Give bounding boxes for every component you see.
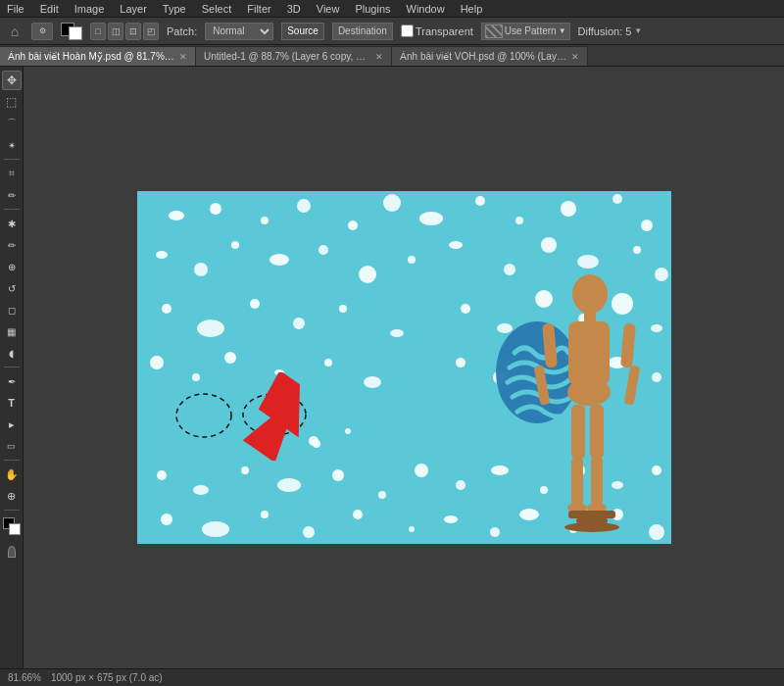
- svg-point-31: [461, 304, 470, 314]
- history-brush-tool[interactable]: ↺: [2, 278, 22, 298]
- svg-point-6: [419, 212, 443, 225]
- lasso-tool[interactable]: ⌒: [2, 114, 22, 133]
- tabs-bar: Ảnh bài viết Hoàn Mỹ.psd @ 81.7% (Layer …: [0, 45, 784, 67]
- svg-point-7: [475, 196, 485, 206]
- marquee-tool[interactable]: ⬚: [2, 92, 22, 112]
- separator-3: [4, 367, 20, 368]
- use-pattern-button[interactable]: Use Pattern ▼: [481, 23, 570, 40]
- svg-point-68: [353, 510, 363, 519]
- menu-edit[interactable]: Edit: [37, 3, 62, 15]
- icon-btn-4[interactable]: ◰: [143, 23, 159, 40]
- svg-point-27: [250, 299, 260, 309]
- svg-point-80: [567, 378, 611, 406]
- transparent-checkbox-label[interactable]: Transparent: [401, 24, 473, 37]
- quick-mask-btn[interactable]: [2, 542, 22, 562]
- svg-point-24: [655, 268, 668, 281]
- tool-options-icon[interactable]: ⚙: [31, 23, 53, 40]
- shape-tool[interactable]: ▭: [2, 436, 22, 456]
- pen-tool[interactable]: ✒: [2, 371, 22, 391]
- zoom-tool[interactable]: ⊕: [2, 486, 22, 506]
- svg-point-75: [649, 524, 664, 540]
- tab-close-0[interactable]: ✕: [179, 52, 187, 62]
- svg-point-50: [345, 428, 351, 434]
- svg-rect-86: [590, 405, 604, 459]
- menu-select[interactable]: Select: [199, 3, 235, 15]
- canvas-image[interactable]: [137, 191, 671, 544]
- svg-point-58: [456, 480, 466, 490]
- menu-plugins[interactable]: Plugins: [352, 3, 393, 15]
- type-tool[interactable]: T: [2, 393, 22, 413]
- svg-point-10: [612, 194, 622, 204]
- tab-2[interactable]: Ảnh bài viết VOH.psd @ 100% (Layer 6 cop…: [392, 46, 588, 66]
- svg-rect-91: [568, 511, 615, 518]
- transparent-checkbox[interactable]: [401, 24, 414, 37]
- options-bar: ⌂ ⚙ □ ◫ ⊡ ◰ Patch: Normal Content-Aware …: [0, 18, 784, 45]
- menu-bar: File Edit Image Layer Type Select Filter…: [0, 0, 784, 18]
- tab-label-0: Ảnh bài viết Hoàn Mỹ.psd @ 81.7% (Layer …: [8, 51, 174, 62]
- icon-btn-2[interactable]: ◫: [108, 23, 123, 40]
- svg-point-37: [150, 356, 164, 369]
- crop-tool[interactable]: ⌗: [2, 164, 22, 183]
- diffusion-arrow[interactable]: ▼: [634, 26, 642, 35]
- menu-help[interactable]: Help: [458, 3, 486, 15]
- destination-button[interactable]: Destination: [332, 23, 393, 40]
- background-color-swatch[interactable]: [9, 523, 21, 535]
- move-tool[interactable]: ✥: [2, 71, 22, 90]
- tab-0[interactable]: Ảnh bài viết Hoàn Mỹ.psd @ 81.7% (Layer …: [0, 46, 196, 66]
- diffusion-value: 5: [625, 25, 631, 37]
- svg-point-25: [162, 304, 172, 314]
- svg-point-53: [241, 466, 249, 474]
- icon-btn-3[interactable]: ⊡: [125, 23, 141, 40]
- menu-3d[interactable]: 3D: [284, 3, 304, 15]
- svg-point-56: [378, 491, 386, 499]
- svg-point-8: [515, 217, 523, 224]
- hand-tool[interactable]: ✋: [2, 465, 22, 484]
- menu-image[interactable]: Image: [72, 3, 108, 15]
- eyedropper-tool[interactable]: ✏: [2, 185, 22, 205]
- tab-close-2[interactable]: ✕: [571, 52, 579, 62]
- stamp-tool[interactable]: ⊕: [2, 257, 22, 276]
- svg-point-62: [612, 481, 623, 489]
- path-selection-tool[interactable]: ▸: [2, 415, 22, 434]
- tab-label-2: Ảnh bài viết VOH.psd @ 100% (Layer 6 cop…: [400, 51, 566, 62]
- patch-label: Patch:: [167, 25, 197, 37]
- svg-point-0: [169, 211, 184, 220]
- eraser-tool[interactable]: ◻: [2, 300, 22, 319]
- home-icon[interactable]: ⌂: [6, 23, 24, 40]
- svg-point-17: [359, 266, 376, 283]
- svg-point-69: [409, 526, 415, 532]
- tab-close-1[interactable]: ✕: [375, 52, 383, 62]
- menu-type[interactable]: Type: [160, 3, 189, 15]
- diffusion-control: Diffusion: 5 ▼: [578, 25, 643, 37]
- svg-point-65: [202, 521, 229, 537]
- svg-point-59: [491, 466, 509, 475]
- healing-tool[interactable]: ✱: [2, 214, 22, 233]
- tab-1[interactable]: Untitled-1 @ 88.7% (Layer 6 copy, RGB/8#…: [196, 46, 392, 66]
- svg-point-72: [519, 509, 539, 520]
- dodge-tool[interactable]: ◖: [2, 343, 22, 363]
- separator-4: [4, 460, 20, 461]
- menu-view[interactable]: View: [314, 3, 343, 15]
- svg-point-54: [277, 478, 301, 492]
- menu-file[interactable]: File: [4, 3, 27, 15]
- canvas-area[interactable]: [24, 67, 784, 668]
- menu-filter[interactable]: Filter: [244, 3, 273, 15]
- svg-point-57: [415, 464, 428, 477]
- red-arrow: [233, 372, 321, 463]
- background-color[interactable]: [69, 26, 82, 40]
- tab-label-1: Untitled-1 @ 88.7% (Layer 6 copy, RGB/8#…: [204, 51, 370, 62]
- menu-layer[interactable]: Layer: [117, 3, 150, 15]
- left-toolbar: ✥ ⬚ ⌒ ✴ ⌗ ✏ ✱ ✏ ⊕ ↺ ◻ ▦ ◖ ✒ T ▸ ▭ ✋ ⊕: [0, 67, 24, 668]
- svg-point-48: [652, 372, 662, 382]
- svg-point-16: [318, 245, 328, 255]
- magic-wand-tool[interactable]: ✴: [2, 135, 22, 155]
- source-button[interactable]: Source: [281, 23, 324, 40]
- svg-point-4: [348, 220, 358, 230]
- pattern-dropdown-arrow[interactable]: ▼: [559, 26, 566, 35]
- icon-btn-1[interactable]: □: [90, 23, 106, 40]
- gradient-tool[interactable]: ▦: [2, 321, 22, 341]
- svg-point-11: [641, 220, 653, 231]
- patch-mode-dropdown[interactable]: Normal Content-Aware: [205, 23, 273, 40]
- menu-window[interactable]: Window: [404, 3, 448, 15]
- brush-tool[interactable]: ✏: [2, 235, 22, 255]
